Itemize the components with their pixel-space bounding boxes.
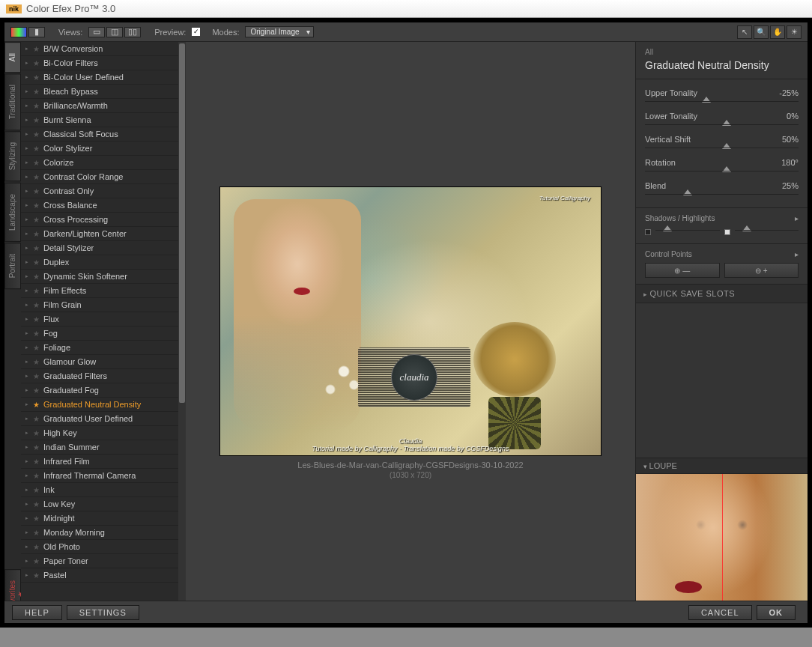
star-icon[interactable]: ★ — [33, 543, 43, 551]
star-icon[interactable]: ★ — [33, 88, 43, 96]
star-icon[interactable]: ★ — [33, 59, 43, 67]
star-icon[interactable]: ★ — [33, 45, 43, 53]
filter-item[interactable]: ▸★Ink — [21, 483, 186, 497]
filter-item[interactable]: ▸★Old Photo — [21, 540, 186, 554]
settings-button[interactable]: SETTINGS — [67, 605, 139, 620]
star-icon[interactable]: ★ — [33, 358, 43, 366]
slider-handle[interactable] — [702, 97, 711, 103]
shadows-highlights-header[interactable]: Shadows / Highlights▸ — [645, 214, 799, 222]
filter-item[interactable]: ▸★Graduated Neutral Density — [21, 398, 186, 412]
filter-item[interactable]: ▸★Color Stylizer — [21, 142, 186, 156]
add-neg-control-point-button[interactable]: ⊖ + — [724, 263, 799, 278]
shadow-slider[interactable] — [663, 225, 672, 231]
filter-item[interactable]: ▸★Fog — [21, 326, 186, 341]
star-icon[interactable]: ★ — [33, 458, 43, 466]
star-icon[interactable]: ★ — [33, 415, 43, 423]
filter-item[interactable]: ▸★B/W Conversion — [21, 42, 186, 56]
filter-item[interactable]: ▸★Classical Soft Focus — [21, 127, 186, 142]
star-icon[interactable]: ★ — [33, 301, 43, 309]
cancel-button[interactable]: CANCEL — [688, 605, 752, 620]
filter-item[interactable]: ▸★Film Grain — [21, 298, 186, 312]
filter-item[interactable]: ▸★Foliage — [21, 341, 186, 355]
help-button[interactable]: HELP — [12, 605, 62, 620]
filter-item[interactable]: ▸★Flux — [21, 312, 186, 326]
filter-item[interactable]: ▸★Bi-Color User Defined — [21, 70, 186, 85]
filter-item[interactable]: ▸★Dynamic Skin Softener — [21, 270, 186, 284]
pointer-tool-icon[interactable]: ↖ — [737, 25, 752, 39]
filter-item[interactable]: ▸★Graduated Fog — [21, 383, 186, 398]
filter-item[interactable]: ▸★Infrared Film — [21, 455, 186, 469]
filter-item[interactable]: ▸★Indian Summer — [21, 440, 186, 455]
slider-track[interactable] — [645, 168, 799, 175]
filter-item[interactable]: ▸★Film Effects — [21, 284, 186, 298]
category-tab-all[interactable]: All — [4, 42, 21, 73]
light-tool-icon[interactable]: ☀ — [787, 25, 802, 39]
slider-handle[interactable] — [722, 120, 731, 126]
slider-track[interactable] — [645, 98, 799, 106]
filter-item[interactable]: ▸★Graduated User Defined — [21, 412, 186, 426]
slider-track[interactable] — [645, 191, 799, 198]
category-tab-traditional[interactable]: Traditional — [4, 73, 21, 130]
filter-scrollbar[interactable] — [178, 42, 186, 623]
filter-item[interactable]: ▸★Pastel — [21, 568, 186, 583]
loupe-header[interactable]: LOUPE — [636, 458, 808, 473]
filter-item[interactable]: ▸★Burnt Sienna — [21, 113, 186, 127]
filter-item[interactable]: ▸★Contrast Color Range — [21, 170, 186, 184]
filter-item[interactable]: ▸★Bi-Color Filters — [21, 56, 186, 70]
filter-item[interactable]: ▸★Bleach Bypass — [21, 85, 186, 99]
highlight-slider[interactable] — [742, 225, 751, 231]
slider-track[interactable] — [645, 121, 799, 129]
category-tab-stylizing[interactable]: Stylizing — [4, 131, 21, 181]
filter-item[interactable]: ▸★Cross Processing — [21, 213, 186, 227]
star-icon[interactable]: ★ — [33, 500, 43, 508]
star-icon[interactable]: ★ — [33, 102, 43, 110]
filter-item[interactable]: ▸★Detail Stylizer — [21, 241, 186, 255]
star-icon[interactable]: ★ — [33, 244, 43, 252]
star-icon[interactable]: ★ — [33, 372, 43, 380]
star-icon[interactable]: ★ — [33, 329, 43, 338]
ok-button[interactable]: OK — [757, 605, 796, 620]
star-icon[interactable]: ★ — [33, 159, 43, 167]
star-icon[interactable]: ★ — [33, 216, 43, 224]
quick-save-slots[interactable]: QUICK SAVE SLOTS — [636, 284, 808, 303]
star-icon[interactable]: ★ — [33, 486, 43, 494]
slider-handle[interactable] — [683, 189, 692, 195]
filter-item[interactable]: ▸★Darken/Lighten Center — [21, 227, 186, 241]
star-icon[interactable]: ★ — [33, 443, 43, 452]
slider-handle[interactable] — [722, 143, 731, 149]
view-side-icon[interactable]: ▯▯ — [124, 27, 141, 37]
filter-item[interactable]: ▸★Graduated Filters — [21, 369, 186, 383]
star-icon[interactable]: ★ — [33, 557, 43, 565]
star-icon[interactable]: ★ — [33, 571, 43, 580]
star-icon[interactable]: ★ — [33, 315, 43, 324]
star-icon[interactable]: ★ — [33, 73, 43, 82]
view-single-icon[interactable]: ▭ — [88, 27, 105, 37]
filter-item[interactable]: ▸★Duplex — [21, 255, 186, 270]
filter-item[interactable]: ▸★High Key — [21, 426, 186, 440]
view-bw-icon[interactable]: ▮ — [28, 27, 45, 37]
star-icon[interactable]: ★ — [33, 344, 43, 352]
star-icon[interactable]: ★ — [33, 230, 43, 238]
star-icon[interactable]: ★ — [33, 116, 43, 124]
star-icon[interactable]: ★ — [33, 529, 43, 537]
view-split-icon[interactable]: ◫ — [106, 27, 123, 37]
star-icon[interactable]: ★ — [33, 273, 43, 281]
star-icon[interactable]: ★ — [33, 201, 43, 210]
filter-item[interactable]: ▸★Monday Morning — [21, 526, 186, 540]
filter-item[interactable]: ▸★Cross Balance — [21, 198, 186, 213]
category-tab-portrait[interactable]: Portrait — [4, 243, 21, 289]
pan-tool-icon[interactable]: ✋ — [770, 25, 785, 39]
loupe-view[interactable] — [636, 473, 808, 608]
star-icon[interactable]: ★ — [33, 514, 43, 523]
slider-handle[interactable] — [722, 166, 731, 172]
slider-track[interactable] — [645, 145, 799, 152]
filter-item[interactable]: ▸★Midnight — [21, 511, 186, 526]
filter-item[interactable]: ▸★Glamour Glow — [21, 355, 186, 369]
star-icon[interactable]: ★ — [33, 472, 43, 480]
star-icon[interactable]: ★ — [33, 130, 43, 139]
add-control-point-button[interactable]: ⊕ — — [645, 263, 720, 278]
zoom-tool-icon[interactable]: 🔍 — [754, 25, 769, 39]
star-icon[interactable]: ★ — [33, 187, 43, 195]
filter-item[interactable]: ▸★Colorize — [21, 156, 186, 170]
star-icon[interactable]: ★ — [33, 429, 43, 437]
